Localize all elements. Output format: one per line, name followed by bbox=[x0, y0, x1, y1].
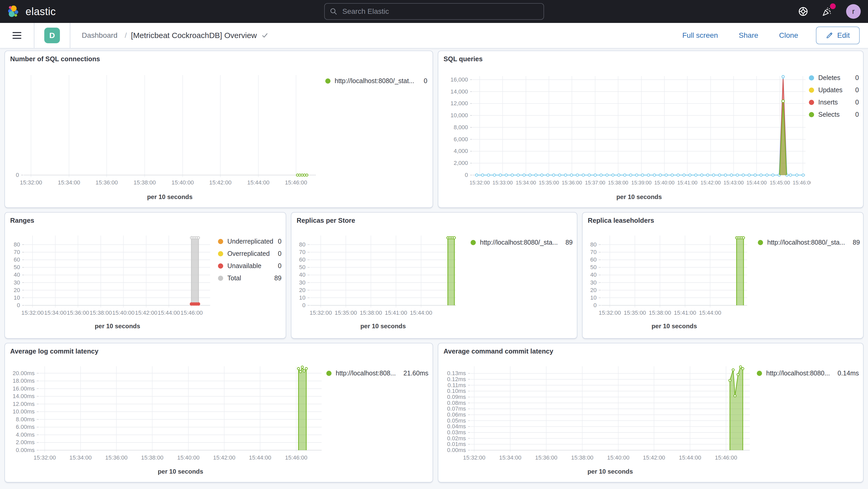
svg-text:15:46:00: 15:46:00 bbox=[285, 454, 308, 461]
svg-text:0.02ms: 0.02ms bbox=[447, 435, 466, 441]
svg-text:15:36:00: 15:36:00 bbox=[562, 180, 582, 185]
breadcrumb-dashboard-link[interactable]: Dashboard bbox=[79, 31, 121, 40]
svg-text:4,000: 4,000 bbox=[454, 148, 468, 154]
panel-average-log-commit-latency: Average log commit latency 0.00ms2.00ms4… bbox=[4, 343, 433, 483]
legend-label: http://localhost:8080/_sta... bbox=[480, 239, 558, 246]
elastic-logo[interactable]: elastic bbox=[7, 5, 56, 18]
svg-text:15:41:00: 15:41:00 bbox=[677, 180, 698, 185]
svg-text:0: 0 bbox=[465, 172, 468, 178]
hamburger-menu-button[interactable] bbox=[0, 23, 34, 48]
user-avatar[interactable]: r bbox=[846, 4, 861, 19]
clone-button[interactable]: Clone bbox=[776, 31, 801, 40]
svg-text:0.13ms: 0.13ms bbox=[447, 370, 466, 376]
legend-item[interactable]: Updates0 bbox=[809, 86, 859, 94]
legend-item[interactable]: Unavailable0 bbox=[218, 262, 281, 270]
legend-value: 0 bbox=[274, 250, 281, 257]
panel-title[interactable]: Average log commit latency bbox=[10, 347, 98, 355]
legend-item[interactable]: Deletes0 bbox=[809, 74, 859, 82]
svg-text:15:36:00: 15:36:00 bbox=[67, 309, 89, 316]
legend-color-dot bbox=[218, 276, 223, 281]
svg-text:15:44:00: 15:44:00 bbox=[249, 454, 271, 461]
chart-replica-leaseholders[interactable]: 0102030405060708015:32:0015:35:0015:38:0… bbox=[585, 228, 752, 332]
space-badge[interactable]: D bbox=[44, 28, 60, 43]
svg-text:50: 50 bbox=[14, 264, 20, 270]
svg-text:20: 20 bbox=[14, 287, 20, 293]
svg-text:10,000: 10,000 bbox=[451, 112, 468, 119]
full-screen-button[interactable]: Full screen bbox=[679, 31, 721, 40]
panel-title[interactable]: Ranges bbox=[10, 217, 34, 224]
help-button[interactable] bbox=[798, 6, 808, 17]
svg-text:15:46:00: 15:46:00 bbox=[181, 309, 203, 316]
legend-item[interactable]: http://localhost:8080/_sta...89 bbox=[471, 239, 573, 246]
svg-text:15:44:00: 15:44:00 bbox=[410, 309, 432, 316]
svg-text:15:38:00: 15:38:00 bbox=[571, 454, 593, 461]
panel-title[interactable]: Number of SQL connections bbox=[10, 55, 100, 63]
legend-value: 0 bbox=[274, 262, 281, 270]
svg-text:15:41:00: 15:41:00 bbox=[674, 309, 696, 316]
chart-average-command-commit-latency[interactable]: 0.00ms0.01ms0.02ms0.03ms0.04ms0.05ms0.06… bbox=[443, 359, 756, 478]
top-header: elastic bbox=[0, 0, 868, 23]
chart-legend: Underreplicated0Overreplicated0Unavailab… bbox=[218, 238, 281, 286]
chart-legend: http://localhost:8080/_sta...89 bbox=[758, 239, 860, 251]
legend-item[interactable]: http://localhost:8080/_sta...89 bbox=[758, 239, 860, 246]
title-check-icon[interactable] bbox=[261, 32, 269, 39]
chart-replicas-per-store[interactable]: 0102030405060708015:32:0015:35:0015:38:0… bbox=[293, 228, 461, 332]
search-input[interactable] bbox=[341, 7, 538, 16]
legend-item[interactable]: Inserts0 bbox=[809, 98, 859, 106]
panel-title[interactable]: Average command commit latency bbox=[443, 347, 553, 355]
chart-number-of-sql-connections[interactable]: 015:32:0015:34:0015:36:0015:38:0015:40:0… bbox=[9, 67, 324, 203]
share-button[interactable]: Share bbox=[736, 31, 762, 40]
legend-item[interactable]: http://localhost:8080...0.14ms bbox=[757, 369, 859, 377]
svg-text:80: 80 bbox=[299, 241, 306, 248]
help-life-ring-icon bbox=[798, 6, 808, 17]
svg-text:40: 40 bbox=[590, 272, 597, 278]
chart-sql-queries[interactable]: 02,0004,0006,0008,00010,00012,00014,0001… bbox=[443, 67, 811, 203]
panel-title[interactable]: SQL queries bbox=[443, 55, 483, 63]
svg-text:15:38:00: 15:38:00 bbox=[360, 309, 382, 316]
newsfeed-button[interactable] bbox=[822, 6, 833, 17]
svg-text:15:38:00: 15:38:00 bbox=[608, 180, 628, 185]
svg-text:15:46:00: 15:46:00 bbox=[285, 179, 307, 186]
panel-title[interactable]: Replicas per Store bbox=[297, 217, 355, 224]
legend-color-dot bbox=[809, 75, 814, 81]
svg-text:70: 70 bbox=[590, 249, 597, 255]
svg-text:0.11ms: 0.11ms bbox=[447, 382, 466, 389]
svg-text:15:44:00: 15:44:00 bbox=[158, 309, 180, 316]
panel-title[interactable]: Replica leaseholders bbox=[588, 217, 654, 224]
legend-value: 0.14ms bbox=[833, 369, 859, 377]
chart-legend: Deletes0Updates0Inserts0Selects0 bbox=[809, 74, 859, 123]
svg-text:0.03ms: 0.03ms bbox=[447, 429, 466, 436]
svg-text:15:32:00: 15:32:00 bbox=[21, 309, 44, 316]
legend-label: Updates bbox=[818, 86, 842, 94]
svg-text:40: 40 bbox=[14, 272, 20, 278]
chart-ranges[interactable]: 0102030405060708015:32:0015:34:0015:36:0… bbox=[8, 228, 216, 332]
legend-item[interactable]: http://localhost:808...21.60ms bbox=[326, 369, 428, 377]
legend-label: Underreplicated bbox=[227, 238, 274, 245]
svg-text:15:42:00: 15:42:00 bbox=[643, 454, 665, 461]
legend-label: http://localhost:8080/_sta... bbox=[767, 239, 845, 246]
legend-value: 0 bbox=[851, 111, 859, 118]
legend-item[interactable]: http://localhost:8080/_stat...0 bbox=[325, 77, 427, 85]
svg-text:15:42:00: 15:42:00 bbox=[213, 454, 236, 461]
legend-item[interactable]: Underreplicated0 bbox=[218, 238, 281, 245]
toolbar-actions: Full screen Share Clone Edit bbox=[679, 27, 868, 44]
svg-text:60: 60 bbox=[14, 256, 20, 263]
legend-label: Unavailable bbox=[227, 262, 261, 270]
legend-item[interactable]: Overreplicated0 bbox=[218, 250, 281, 257]
legend-label: Inserts bbox=[818, 98, 838, 106]
chart-average-log-commit-latency[interactable]: 0.00ms2.00ms4.00ms6.00ms8.00ms10.00ms12.… bbox=[9, 359, 327, 478]
svg-text:per 10 seconds: per 10 seconds bbox=[588, 468, 633, 475]
legend-item[interactable]: Selects0 bbox=[809, 111, 859, 118]
legend-value: 89 bbox=[561, 239, 573, 246]
edit-button[interactable]: Edit bbox=[816, 27, 860, 44]
global-search[interactable] bbox=[324, 3, 544, 20]
legend-item[interactable]: Total89 bbox=[218, 274, 281, 282]
svg-text:0.12ms: 0.12ms bbox=[447, 376, 466, 383]
breadcrumb-separator: / bbox=[125, 31, 127, 40]
svg-text:per 10 seconds: per 10 seconds bbox=[95, 323, 141, 330]
svg-text:12.00ms: 12.00ms bbox=[13, 401, 35, 407]
avatar-initial: r bbox=[852, 7, 855, 16]
svg-text:80: 80 bbox=[590, 241, 597, 248]
svg-text:0: 0 bbox=[16, 172, 19, 178]
page-title: [Metricbeat CockroachDB] Overview bbox=[131, 31, 257, 40]
